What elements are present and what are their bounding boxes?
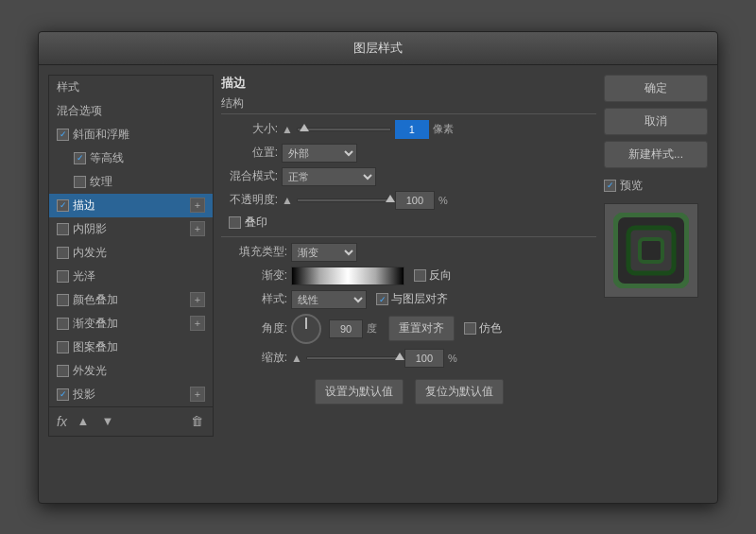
gradient-overlay-checkbox[interactable]: [57, 318, 69, 330]
inner-shadow-checkbox[interactable]: [57, 223, 69, 235]
style-select[interactable]: 线性 径向 角度: [291, 290, 367, 309]
pattern-overlay-label: 图案叠加: [73, 339, 118, 355]
sidebar-item-pattern-overlay[interactable]: 图案叠加: [49, 336, 213, 359]
dither-checkbox[interactable]: [464, 322, 476, 335]
stroke-label: 描边: [73, 198, 95, 214]
sidebar-item-drop-shadow[interactable]: 投影 +: [49, 383, 213, 406]
opacity-input[interactable]: [395, 191, 435, 210]
angle-row: 角度: 度 重置对齐 仿色: [221, 314, 596, 344]
sidebar-item-satin[interactable]: 光泽: [49, 265, 213, 288]
stroke-plus-btn[interactable]: +: [190, 198, 205, 213]
inner-shadow-plus-btn[interactable]: +: [190, 221, 205, 236]
sidebar-item-bevel[interactable]: 斜面和浮雕: [49, 123, 213, 146]
fx-label: fx: [57, 414, 67, 429]
drop-shadow-checkbox[interactable]: [57, 388, 69, 401]
stroke-checkbox[interactable]: [57, 199, 69, 212]
drop-shadow-plus-btn[interactable]: +: [190, 387, 205, 402]
position-row: 位置: 外部 内部 居中: [221, 144, 596, 163]
satin-checkbox[interactable]: [57, 270, 69, 283]
outer-glow-checkbox[interactable]: [57, 365, 69, 377]
drop-shadow-label: 投影: [73, 387, 95, 403]
scale-slider[interactable]: [306, 356, 401, 360]
opacity-slider[interactable]: [297, 198, 391, 202]
emboss-row: 叠印: [229, 215, 596, 231]
opacity-row: 不透明度: ▲ %: [221, 191, 596, 210]
fill-type-select[interactable]: 渐变 颜色 图案: [291, 243, 357, 262]
left-panel-items: 样式 混合选项 斜面和浮雕 等高线: [49, 76, 213, 436]
color-overlay-checkbox[interactable]: [57, 294, 69, 306]
preview-inner: [613, 213, 689, 288]
emboss-checkbox[interactable]: [229, 216, 241, 229]
action-buttons-row: 设置为默认值 复位为默认值: [221, 379, 596, 405]
reverse-checkbox[interactable]: [414, 269, 426, 282]
move-down-btn[interactable]: ▼: [99, 413, 116, 430]
inner-shadow-label: 内阴影: [73, 221, 107, 237]
pattern-overlay-checkbox[interactable]: [57, 341, 69, 353]
position-select[interactable]: 外部 内部 居中: [282, 144, 357, 163]
new-style-button[interactable]: 新建样式...: [604, 141, 708, 168]
move-up-btn[interactable]: ▲: [75, 413, 92, 430]
ok-button[interactable]: 确定: [604, 75, 708, 102]
texture-label: 纹理: [90, 174, 112, 190]
angle-dial[interactable]: [291, 314, 321, 344]
angle-input[interactable]: [329, 319, 363, 338]
blend-mode-row: 混合模式: 正常 溶解 变暗: [221, 167, 596, 186]
sidebar-item-label: 样式: [57, 79, 79, 95]
contour-checkbox[interactable]: [74, 152, 86, 164]
middle-panel: 描边 结构 大小: ▲ 像素 位置: 外部 内部 居中: [221, 75, 596, 437]
cancel-button[interactable]: 取消: [604, 108, 708, 135]
sidebar-item-gradient-overlay[interactable]: 渐变叠加 +: [49, 312, 213, 336]
sidebar-item-inner-glow[interactable]: 内发光: [49, 241, 213, 265]
fill-type-label: 填充类型:: [221, 244, 287, 260]
size-slider[interactable]: [297, 128, 391, 131]
preview-label: 预览: [620, 178, 643, 194]
dither-label: 仿色: [479, 320, 502, 336]
delete-btn[interactable]: 🗑: [188, 413, 205, 430]
opacity-triangle-icon: ▲: [282, 194, 293, 207]
angle-unit: 度: [367, 321, 377, 336]
texture-checkbox[interactable]: [74, 176, 86, 188]
sub-section-title: 结构: [221, 95, 596, 114]
sidebar-item-outer-glow[interactable]: 外发光: [49, 359, 213, 383]
blend-mode-select[interactable]: 正常 溶解 变暗: [282, 167, 376, 186]
align-layer-checkbox[interactable]: [376, 293, 388, 305]
sidebar-item-blend[interactable]: 混合选项: [49, 99, 213, 123]
inner-glow-checkbox[interactable]: [57, 247, 69, 259]
bevel-checkbox[interactable]: [57, 129, 69, 141]
satin-label: 光泽: [73, 268, 95, 284]
align-layer-btn[interactable]: 重置对齐: [388, 316, 455, 341]
scale-label: 缩放:: [221, 350, 287, 366]
size-input[interactable]: [395, 120, 429, 139]
scale-input[interactable]: [404, 349, 444, 368]
reverse-label: 反向: [429, 267, 452, 284]
gradient-row: 渐变: 反向: [221, 267, 596, 285]
sidebar-item-inner-shadow[interactable]: 内阴影 +: [49, 217, 213, 241]
blend-mode-label: 混合模式:: [221, 168, 278, 184]
size-row: 大小: ▲ 像素: [221, 120, 596, 139]
set-default-btn[interactable]: 设置为默认值: [315, 379, 404, 405]
section-title: 描边: [221, 75, 596, 92]
layer-style-dialog: 图层样式 样式 混合选项 斜面和浮雕: [38, 31, 718, 504]
sidebar-item-stroke[interactable]: 描边 +: [49, 194, 213, 217]
gradient-overlay-label: 渐变叠加: [73, 316, 118, 332]
left-panel: 样式 混合选项 斜面和浮雕 等高线: [48, 75, 214, 437]
sidebar-item-texture[interactable]: 纹理: [66, 170, 213, 194]
preview-checkbox[interactable]: [604, 180, 616, 192]
right-panel: 确定 取消 新建样式... 预览: [604, 75, 708, 437]
emboss-label: 叠印: [245, 215, 267, 231]
sidebar-item-style[interactable]: 样式: [49, 76, 213, 99]
gradient-label: 渐变:: [221, 267, 287, 284]
sidebar-item-contour[interactable]: 等高线: [66, 146, 213, 170]
blend-label: 混合选项: [57, 103, 102, 119]
reset-default-btn[interactable]: 复位为默认值: [415, 379, 504, 405]
opacity-label: 不透明度:: [221, 192, 278, 208]
style-label: 样式:: [221, 291, 287, 307]
sidebar-item-color-overlay[interactable]: 颜色叠加 +: [49, 288, 213, 312]
preview-label-row: 预览: [604, 178, 708, 194]
preview-svg: [613, 213, 689, 288]
gradient-overlay-plus-btn[interactable]: +: [190, 316, 205, 331]
color-overlay-plus-btn[interactable]: +: [190, 292, 205, 307]
size-label: 大小:: [221, 121, 278, 137]
scale-triangle-icon: ▲: [291, 352, 302, 365]
gradient-preview[interactable]: [291, 267, 404, 285]
